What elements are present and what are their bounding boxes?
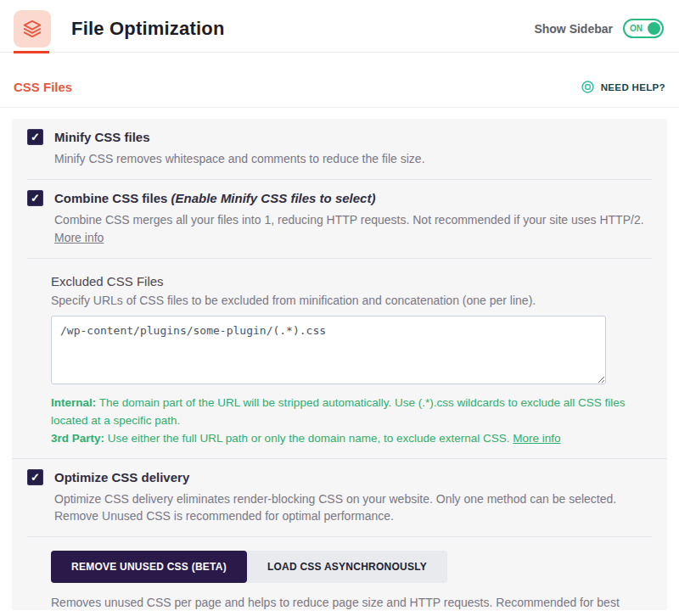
section-divider — [0, 107, 679, 108]
combine-more-info-link[interactable]: More info — [54, 231, 104, 244]
header-divider — [0, 52, 679, 53]
css-files-settings-card: Minify CSS files Minify CSS removes whit… — [12, 119, 667, 610]
combine-css-description: Combine CSS merges all your files into 1… — [54, 211, 648, 246]
combine-css-label-note: (Enable Minify CSS files to select) — [171, 191, 376, 205]
combine-css-label-text: Combine CSS files — [54, 191, 171, 205]
minify-css-row: Minify CSS files Minify CSS removes whit… — [12, 119, 667, 179]
combine-css-description-text: Combine CSS merges all your files into 1… — [54, 213, 644, 227]
load-css-async-button[interactable]: LOAD CSS ASYNCHRONOUSLY — [247, 551, 447, 583]
excluded-more-info-link[interactable]: More info — [513, 432, 560, 445]
toggle-on-label: ON — [630, 24, 643, 33]
need-help-label: NEED HELP? — [601, 82, 665, 92]
thirdparty-note-text: Use either the full URL path or only the… — [104, 432, 513, 445]
optimize-css-delivery-row: Optimize CSS delivery Optimize CSS deliv… — [12, 459, 667, 537]
show-sidebar-toggle[interactable]: ON — [623, 19, 664, 38]
delivery-method-buttons: REMOVE UNUSED CSS (BETA) LOAD CSS ASYNCH… — [51, 551, 652, 583]
section-header: CSS Files NEED HELP? — [0, 53, 679, 107]
optimize-css-delivery-description: Optimize CSS delivery eliminates render-… — [54, 490, 648, 525]
excluded-css-notes: Internal: The domain part of the URL wil… — [51, 395, 637, 448]
minify-css-description: Minify CSS removes whitespace and commen… — [54, 150, 648, 167]
section-title: CSS Files — [14, 80, 72, 94]
excluded-css-label: Excluded CSS Files — [51, 274, 652, 288]
combine-css-row: Combine CSS files (Enable Minify CSS fil… — [12, 180, 667, 258]
file-optimization-icon — [14, 10, 51, 48]
css-delivery-method-block: REMOVE UNUSED CSS (BETA) LOAD CSS ASYNCH… — [12, 537, 667, 610]
excluded-css-section: Excluded CSS Files Specify URLs of CSS f… — [12, 259, 667, 458]
excluded-css-description: Specify URLs of CSS files to be excluded… — [51, 294, 652, 307]
optimize-css-delivery-label[interactable]: Optimize CSS delivery — [54, 470, 189, 484]
active-tab-indicator — [14, 51, 49, 53]
excluded-css-textarea[interactable]: /wp-content/plugins/some-plugin/(.*).css — [51, 316, 606, 384]
minify-css-label[interactable]: Minify CSS files — [54, 130, 150, 144]
remove-unused-css-button[interactable]: REMOVE UNUSED CSS (BETA) — [51, 551, 247, 583]
app-header: File Optimization Show Sidebar ON — [0, 0, 679, 49]
delivery-method-description: Removes unused CSS per page and helps to… — [51, 594, 652, 610]
internal-note-text: The domain part of the URL will be strip… — [51, 396, 626, 427]
delivery-method-description-text: Removes unused CSS per page and helps to… — [51, 596, 620, 610]
thirdparty-note-label: 3rd Party: — [51, 432, 104, 445]
need-help-link[interactable]: NEED HELP? — [581, 80, 665, 94]
internal-note-label: Internal: — [51, 396, 96, 409]
combine-css-label[interactable]: Combine CSS files (Enable Minify CSS fil… — [54, 191, 375, 205]
toggle-knob — [648, 22, 660, 35]
layers-icon — [21, 18, 43, 40]
lifebuoy-icon — [581, 80, 595, 94]
combine-css-checkbox[interactable] — [27, 190, 43, 206]
minify-css-checkbox[interactable] — [27, 129, 43, 145]
page-title: File Optimization — [71, 18, 225, 40]
optimize-css-delivery-checkbox[interactable] — [27, 469, 43, 485]
show-sidebar-label: Show Sidebar — [534, 22, 613, 36]
